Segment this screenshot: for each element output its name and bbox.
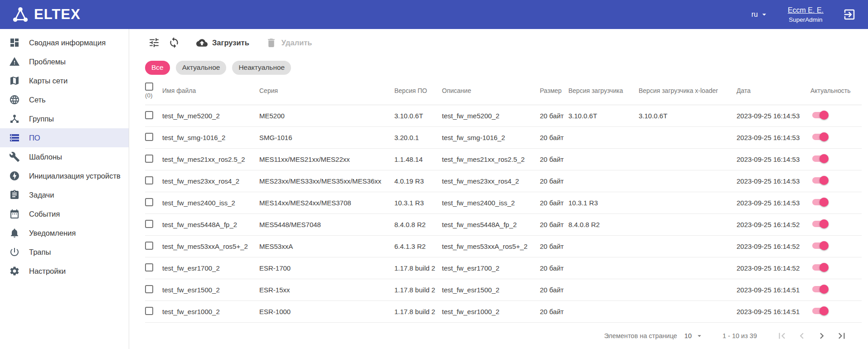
- cell-description: test_fw_esr1000_2: [442, 308, 540, 315]
- sidebar-item-settings[interactable]: Настройки: [0, 262, 129, 281]
- column-header-file-name: Имя файла: [162, 87, 259, 94]
- toggle-thumb: [820, 306, 829, 315]
- sidebar-item-network[interactable]: Сеть: [0, 90, 129, 109]
- cell-description: test_fw_mes53xxA_ros5+_2: [442, 242, 540, 250]
- row-checkbox[interactable]: [145, 155, 153, 163]
- cell-fw-version: 3.10.0.6T: [394, 112, 442, 120]
- user-role-label: SuperAdmin: [788, 15, 824, 24]
- trash-icon: [266, 37, 277, 48]
- next-page-button[interactable]: [816, 330, 828, 342]
- sidebar-item-traps[interactable]: Трапы: [0, 242, 129, 262]
- actuality-toggle[interactable]: [811, 176, 829, 185]
- previous-page-button[interactable]: [796, 330, 808, 342]
- sidebar-item-problems[interactable]: Проблемы: [0, 52, 129, 71]
- row-checkbox[interactable]: [145, 111, 153, 119]
- cell-date: 2023-09-25 16:14:52: [737, 242, 810, 250]
- cell-date: 2023-09-25 16:14:53: [737, 177, 810, 185]
- sidebar-item-label: Уведомления: [29, 229, 76, 238]
- sidebar-item-label: Карты сети: [29, 77, 68, 85]
- actuality-toggle[interactable]: [811, 198, 829, 207]
- column-header-actuality: Актуальность: [810, 87, 862, 94]
- actuality-toggle[interactable]: [811, 132, 829, 141]
- row-checkbox[interactable]: [145, 133, 153, 141]
- actuality-toggle[interactable]: [811, 306, 829, 315]
- logout-button[interactable]: [843, 8, 856, 21]
- filter-button[interactable]: [148, 37, 160, 48]
- actuality-toggle[interactable]: [811, 219, 829, 228]
- cell-series: MES14xx/MES24xx/MES3708: [259, 199, 394, 207]
- chevron-down-icon: [695, 332, 703, 340]
- sidebar-item-label: Настройки: [29, 267, 66, 276]
- sidebar-item-label: Инициализация устройств: [29, 172, 121, 180]
- sidebar-item-tasks[interactable]: Задачи: [0, 185, 129, 204]
- sidebar-item-label: Группы: [29, 115, 54, 123]
- filter-chip-actual[interactable]: Актуальное: [176, 61, 227, 75]
- sidebar-item-summary[interactable]: Сводная информация: [0, 33, 129, 52]
- globe-icon: [9, 94, 20, 105]
- cell-file-name: test_fw_esr1500_2: [162, 286, 259, 294]
- row-checkbox[interactable]: [145, 220, 153, 228]
- upload-button[interactable]: Загрузить: [196, 37, 249, 48]
- cell-description: test_fw_esr1500_2: [442, 286, 540, 294]
- cell-fw-version: 8.4.0.8 R2: [394, 221, 442, 228]
- table-row: test_fw_mes21xx_ros2.5_2 MES11xx/MES21xx…: [145, 149, 862, 170]
- user-name-link[interactable]: Eccm E. E.: [788, 5, 824, 15]
- cell-series: MES23xx/MES33xx/MES35xx/MES36xx: [259, 177, 394, 185]
- delete-button[interactable]: Удалить: [266, 37, 312, 48]
- row-checkbox[interactable]: [145, 198, 153, 206]
- actuality-toggle[interactable]: [811, 111, 829, 120]
- row-checkbox[interactable]: [145, 307, 153, 315]
- language-selector[interactable]: ru: [752, 10, 769, 19]
- row-checkbox[interactable]: [145, 263, 153, 271]
- sidebar-item-groups[interactable]: Группы: [0, 109, 129, 128]
- actuality-toggle[interactable]: [811, 263, 829, 272]
- first-page-button[interactable]: [776, 330, 788, 342]
- cell-description: test_fw_smg-1016_2: [442, 134, 540, 141]
- cell-xloader-version: 3.10.0.6T: [639, 112, 737, 120]
- actuality-toggle[interactable]: [811, 285, 829, 294]
- cell-fw-version: 1.17.8 build 2: [394, 308, 442, 315]
- sidebar-item-events[interactable]: События: [0, 204, 129, 223]
- cell-fw-version: 3.20.0.1: [394, 134, 442, 141]
- items-per-page-select[interactable]: 10: [684, 332, 703, 340]
- row-checkbox[interactable]: [145, 285, 153, 293]
- actuality-toggle[interactable]: [811, 154, 829, 163]
- table-row: test_fw_mes2400_iss_2 MES14xx/MES24xx/ME…: [145, 192, 862, 214]
- toolbar: Загрузить Удалить: [129, 29, 868, 56]
- column-header-loader-version: Версия загрузчика: [568, 87, 639, 94]
- cell-size: 20 байт: [540, 286, 568, 294]
- cell-date: 2023-09-25 16:14:51: [737, 286, 810, 294]
- select-all-checkbox[interactable]: [145, 82, 153, 91]
- cell-size: 20 байт: [540, 177, 568, 185]
- cell-loader-version: 8.4.0.8 R2: [568, 221, 639, 228]
- column-header-series: Серия: [259, 87, 394, 94]
- sidebar-item-firmware[interactable]: ПО: [0, 128, 129, 147]
- hub-icon: [9, 113, 20, 124]
- sidebar-item-device-init[interactable]: Инициализация устройств: [0, 166, 129, 185]
- sidebar-item-notifications[interactable]: Уведомления: [0, 223, 129, 242]
- cell-file-name: test_fw_mes53xxA_ros5+_2: [162, 242, 259, 250]
- first-page-icon: [776, 330, 788, 342]
- cell-size: 20 байт: [540, 155, 568, 163]
- sidebar-item-templates[interactable]: Шаблоны: [0, 147, 129, 166]
- cell-file-name: test_fw_mes2400_iss_2: [162, 199, 259, 207]
- bell-icon: [9, 228, 20, 238]
- toggle-thumb: [820, 154, 829, 163]
- eltex-logo-icon: [11, 5, 30, 24]
- actuality-toggle[interactable]: [811, 241, 829, 250]
- column-header-date: Дата: [737, 87, 810, 94]
- cell-size: 20 байт: [540, 134, 568, 141]
- refresh-button[interactable]: [168, 37, 180, 48]
- cell-file-name: test_fw_mes21xx_ros2.5_2: [162, 155, 259, 163]
- app-header: ELTEX ru Eccm E. E. SuperAdmin: [0, 0, 868, 29]
- filter-chip-all[interactable]: Все: [145, 61, 170, 75]
- last-page-button[interactable]: [836, 330, 848, 342]
- row-checkbox[interactable]: [145, 176, 153, 184]
- filter-chip-inactual[interactable]: Неактуальное: [232, 61, 291, 75]
- cell-description: test_fw_mes21xx_ros2.5_2: [442, 155, 540, 163]
- cell-fw-version: 1.1.48.14: [394, 155, 442, 163]
- cell-size: 20 байт: [540, 112, 568, 120]
- row-checkbox[interactable]: [145, 242, 153, 250]
- sidebar-item-network-maps[interactable]: Карты сети: [0, 71, 129, 90]
- table-row: test_fw_mes5448A_fp_2 MES5448/MES7048 8.…: [145, 214, 862, 236]
